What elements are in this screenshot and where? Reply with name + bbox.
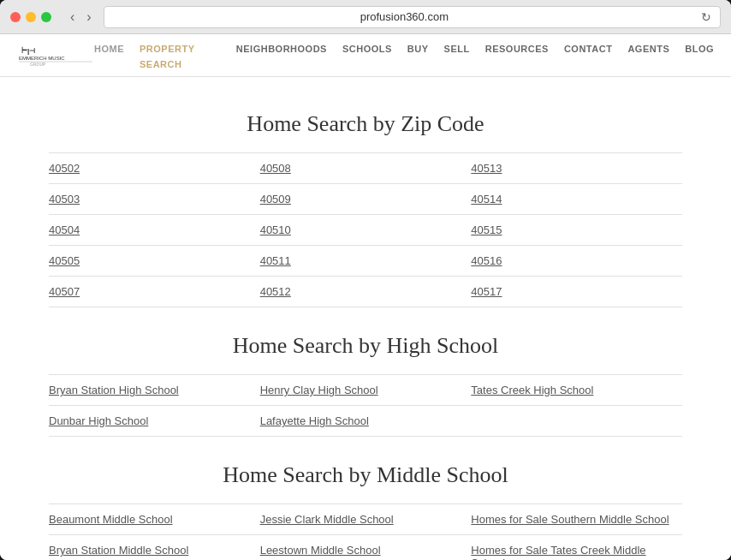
- list-item[interactable]: 40510: [260, 215, 472, 246]
- minimize-button[interactable]: [26, 12, 36, 22]
- address-bar[interactable]: profusion360.com ↻: [104, 6, 721, 28]
- list-item[interactable]: 40502: [49, 153, 260, 184]
- maximize-button[interactable]: [41, 12, 51, 22]
- list-item[interactable]: 40516: [471, 246, 682, 277]
- list-item[interactable]: Homes for Sale Tates Creek Middle School: [471, 535, 682, 560]
- main-content: Home Search by Zip Code 40502 40508 4051…: [32, 77, 699, 560]
- list-item[interactable]: Homes for Sale Southern Middle School: [471, 504, 682, 535]
- svg-text:⊢|⊣: ⊢|⊣: [21, 46, 35, 55]
- svg-text:EMMERICH MUSIC: EMMERICH MUSIC: [19, 56, 65, 61]
- nav-links: HOME PROPERTY SEARCH NEIGHBORHOODS SCHOO…: [94, 40, 714, 71]
- nav-item-blog[interactable]: BLOG: [685, 44, 714, 54]
- nav-item-property-search[interactable]: PROPERTY SEARCH: [140, 44, 194, 69]
- list-item[interactable]: Dunbar High School: [49, 406, 260, 437]
- list-item[interactable]: Bryan Station Middle School: [49, 535, 260, 560]
- logo-svg: ⊢|⊣ EMMERICH MUSIC GROUP: [17, 41, 94, 67]
- list-item[interactable]: 40517: [471, 277, 682, 307]
- high-school-section: Home Search by High School Bryan Station…: [49, 333, 682, 437]
- nav-buttons: ‹ ›: [65, 8, 97, 27]
- list-item[interactable]: 40504: [49, 215, 260, 246]
- close-button[interactable]: [10, 12, 21, 22]
- list-item[interactable]: 40512: [260, 277, 472, 307]
- middle-school-section: Home Search by Middle School Beaumont Mi…: [49, 462, 682, 560]
- browser-window: ‹ › profusion360.com ↻ ⊢|⊣ EMMERICH MUSI…: [0, 0, 731, 560]
- list-item[interactable]: 40515: [471, 215, 682, 246]
- nav-item-contact[interactable]: CONTACT: [564, 44, 612, 54]
- zip-code-section: Home Search by Zip Code 40502 40508 4051…: [49, 111, 682, 307]
- list-item[interactable]: 40513: [471, 153, 682, 184]
- nav-item-schools[interactable]: SCHOOLS: [342, 44, 392, 54]
- list-item[interactable]: 40511: [260, 246, 472, 277]
- list-item[interactable]: 40507: [49, 277, 260, 307]
- site-nav: ⊢|⊣ EMMERICH MUSIC GROUP HOME PROPERTY S…: [0, 34, 731, 77]
- zip-code-grid: 40502 40508 40513 40503 40509 40514 4050…: [49, 152, 682, 307]
- list-item[interactable]: 40514: [471, 184, 682, 215]
- list-item[interactable]: 40505: [49, 246, 260, 277]
- list-item[interactable]: [471, 406, 682, 437]
- nav-item-agents[interactable]: AGENTS: [627, 44, 669, 54]
- browser-titlebar: ‹ › profusion360.com ↻: [0, 0, 731, 34]
- traffic-lights: [10, 12, 51, 22]
- reload-button[interactable]: ↻: [701, 10, 711, 24]
- list-item[interactable]: 40509: [260, 184, 472, 215]
- nav-item-resources[interactable]: RESOURCES: [485, 44, 549, 54]
- zip-code-title: Home Search by Zip Code: [49, 111, 682, 137]
- high-school-grid: Bryan Station High School Henry Clay Hig…: [49, 374, 682, 437]
- list-item[interactable]: 40508: [260, 153, 472, 184]
- list-item[interactable]: 40503: [49, 184, 260, 215]
- forward-button[interactable]: ›: [81, 8, 96, 27]
- middle-school-title: Home Search by Middle School: [49, 462, 682, 488]
- page-content: ⊢|⊣ EMMERICH MUSIC GROUP HOME PROPERTY S…: [0, 34, 731, 560]
- svg-text:GROUP: GROUP: [30, 62, 46, 67]
- url-display: profusion360.com: [113, 10, 696, 23]
- list-item[interactable]: Henry Clay High School: [260, 375, 472, 406]
- list-item[interactable]: Bryan Station High School: [49, 375, 260, 406]
- high-school-title: Home Search by High School: [49, 333, 682, 359]
- nav-item-buy[interactable]: BUY: [407, 44, 429, 54]
- list-item[interactable]: Leestown Middle School: [260, 535, 472, 560]
- nav-item-sell[interactable]: SELL: [444, 44, 470, 54]
- list-item[interactable]: Lafayette High School: [260, 406, 472, 437]
- back-button[interactable]: ‹: [65, 8, 80, 27]
- list-item[interactable]: Jessie Clark Middle School: [260, 504, 472, 535]
- nav-item-home[interactable]: HOME: [94, 44, 124, 54]
- list-item[interactable]: Tates Creek High School: [471, 375, 682, 406]
- nav-item-neighborhoods[interactable]: NEIGHBORHOODS: [236, 44, 327, 54]
- middle-school-grid: Beaumont Middle School Jessie Clark Midd…: [49, 503, 682, 560]
- site-logo: ⊢|⊣ EMMERICH MUSIC GROUP: [17, 41, 94, 70]
- list-item[interactable]: Beaumont Middle School: [49, 504, 260, 535]
